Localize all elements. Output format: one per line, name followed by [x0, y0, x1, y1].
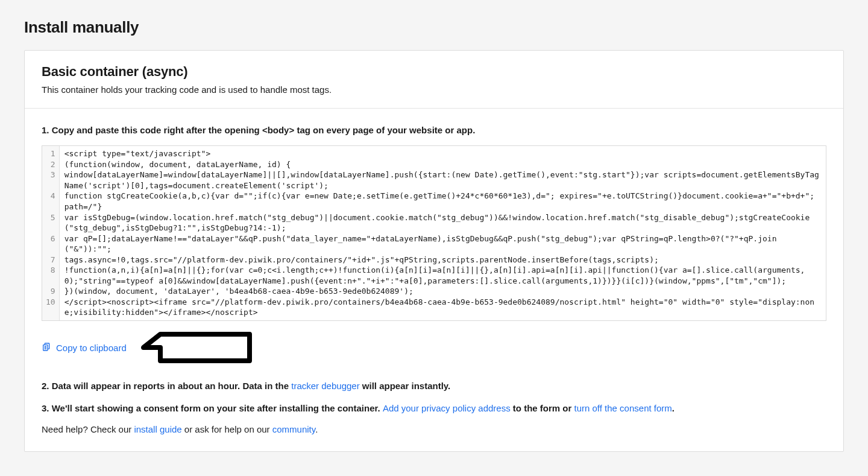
- code-line: function stgCreateCookie(a,b,c){var d=""…: [59, 191, 826, 212]
- step-1-prefix: 1. Copy and paste this code right after …: [42, 125, 262, 135]
- code-line: })(window, document, 'dataLayer', 'b4ea4…: [59, 286, 826, 297]
- copy-row: Copy to clipboard: [42, 329, 826, 366]
- help-prefix: Need help? Check our: [42, 424, 134, 434]
- step-2-suffix: will appear instantly.: [360, 381, 451, 391]
- card-title: Basic container (async): [42, 64, 826, 80]
- code-snippet[interactable]: 1<script type="text/javascript">2(functi…: [42, 145, 826, 321]
- step-3: 3. We'll start showing a consent form on…: [42, 401, 826, 415]
- step-1-suffix: tag on every page of your website or app…: [294, 125, 475, 135]
- step-3-suffix: .: [672, 403, 675, 413]
- step-2: 2. Data will appear in reports in about …: [42, 379, 826, 393]
- install-card: Basic container (async) This container h…: [24, 50, 844, 452]
- turn-off-consent-link[interactable]: turn off the consent form: [574, 403, 672, 413]
- card-header: Basic container (async) This container h…: [25, 51, 843, 109]
- code-line-number: 3: [42, 170, 59, 191]
- code-line: (function(window, document, dataLayerNam…: [59, 159, 826, 170]
- step-3-mid: to the form or: [511, 403, 574, 413]
- community-link[interactable]: community: [272, 424, 315, 434]
- privacy-policy-link[interactable]: Add your privacy policy address: [383, 403, 511, 413]
- step-2-prefix: 2. Data will appear in reports in about …: [42, 381, 291, 391]
- step-3-prefix: 3. We'll start showing a consent form on…: [42, 403, 383, 413]
- help-suffix: .: [315, 424, 318, 434]
- install-guide-link[interactable]: install guide: [134, 424, 181, 434]
- code-line: var qP=[];dataLayerName!=="dataLayer"&&q…: [59, 233, 826, 255]
- help-mid: or ask for help on our: [182, 424, 272, 434]
- code-line-number: 10: [42, 297, 59, 320]
- help-line: Need help? Check our install guide or as…: [42, 424, 826, 434]
- step-1-body-tag: <body>: [262, 125, 294, 135]
- code-line-number: 1: [42, 146, 59, 159]
- code-line: window[dataLayerName]=window[dataLayerNa…: [59, 170, 826, 191]
- code-line: !function(a,n,i){a[n]=a[n]||{};for(var c…: [59, 265, 826, 286]
- code-line-number: 6: [42, 233, 59, 255]
- code-line-number: 9: [42, 286, 59, 297]
- code-line: <script type="text/javascript">: [59, 146, 826, 159]
- card-subtitle: This container holds your tracking code …: [42, 84, 826, 95]
- copy-icon: [42, 342, 51, 354]
- tracker-debugger-link[interactable]: tracker debugger: [291, 381, 359, 391]
- code-line-number: 5: [42, 212, 59, 233]
- step-1: 1. Copy and paste this code right after …: [42, 123, 826, 137]
- code-line-number: 4: [42, 191, 59, 212]
- copy-label: Copy to clipboard: [56, 343, 127, 353]
- code-line: tags.async=!0,tags.src="//platform-dev.p…: [59, 255, 826, 265]
- arrow-callout-icon: [137, 329, 258, 366]
- card-body: 1. Copy and paste this code right after …: [25, 109, 843, 451]
- copy-to-clipboard-button[interactable]: Copy to clipboard: [42, 341, 127, 355]
- page-title: Install manually: [24, 18, 844, 37]
- code-line-number: 8: [42, 265, 59, 286]
- code-line-number: 2: [42, 159, 59, 170]
- code-line: </script><noscript><iframe src="//platfo…: [59, 297, 826, 320]
- code-line-number: 7: [42, 255, 59, 265]
- code-line: var isStgDebug=(window.location.href.mat…: [59, 212, 826, 233]
